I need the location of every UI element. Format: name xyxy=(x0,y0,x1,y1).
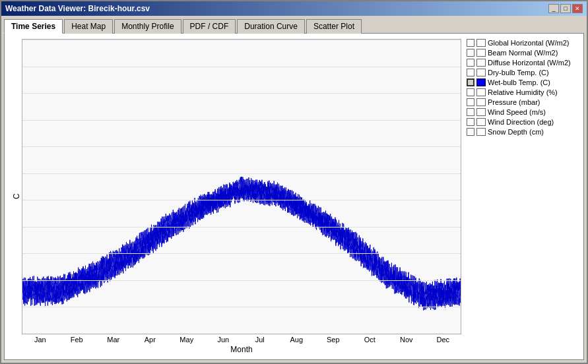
legend-color-4 xyxy=(476,78,486,86)
legend-item-6[interactable]: Pressure (mbar) xyxy=(467,98,581,106)
x-tick-may: May xyxy=(168,336,205,344)
y-axis-label: C xyxy=(10,39,22,354)
legend-color-8 xyxy=(476,118,486,126)
legend: Global Horizontal (W/m2)Beam Normal (W/m… xyxy=(461,34,583,359)
grid-line-10: 10 xyxy=(22,253,461,254)
grid-line-30: 30 xyxy=(22,146,461,147)
grid-line-35: 35 xyxy=(22,120,461,121)
grid-line-0: 0 xyxy=(22,307,461,307)
legend-item-5[interactable]: Relative Humidity (%) xyxy=(467,88,581,96)
x-tick-apr: Apr xyxy=(132,336,169,344)
legend-label-4: Wet-bulb Temp. (C) xyxy=(488,78,550,86)
legend-item-2[interactable]: Diffuse Horizontal (W/m2) xyxy=(467,59,581,67)
legend-checkbox-8[interactable] xyxy=(467,118,474,126)
close-button[interactable]: ✕ xyxy=(572,4,583,13)
x-tick-mar: Mar xyxy=(95,336,132,344)
grid-line-5: 5 xyxy=(22,280,461,281)
content-area: C 50454035302520151050-5 JanFebMarAprMay… xyxy=(4,33,584,360)
legend-label-8: Wind Direction (deg) xyxy=(488,118,554,126)
legend-checkbox-1[interactable] xyxy=(467,49,474,57)
legend-label-0: Global Horizontal (W/m2) xyxy=(488,39,569,47)
chart-container: C 50454035302520151050-5 JanFebMarAprMay… xyxy=(5,34,461,359)
tab-pdf-cdf[interactable]: PDF / CDF xyxy=(183,19,236,34)
x-tick-jul: Jul xyxy=(242,336,278,344)
legend-color-9 xyxy=(476,128,486,136)
grid-line--5: -5 xyxy=(22,334,461,334)
x-axis: JanFebMarAprMayJunJulAugSepOctNovDec xyxy=(22,334,461,344)
minimize-button[interactable]: _ xyxy=(548,4,559,13)
legend-item-3[interactable]: Dry-bulb Temp. (C) xyxy=(467,69,581,76)
chart-area: 50454035302520151050-5 JanFebMarAprMayJu… xyxy=(22,39,461,354)
legend-color-5 xyxy=(476,88,486,96)
legend-checkbox-7[interactable] xyxy=(467,108,474,116)
legend-color-2 xyxy=(476,59,486,67)
tab-monthly-profile[interactable]: Monthly Profile xyxy=(114,19,181,34)
tab-bar: Time Series Heat Map Monthly Profile PDF… xyxy=(1,16,587,33)
legend-item-0[interactable]: Global Horizontal (W/m2) xyxy=(467,39,581,47)
x-tick-sep: Sep xyxy=(315,336,352,344)
legend-color-6 xyxy=(476,98,486,106)
legend-color-7 xyxy=(476,108,486,116)
legend-label-3: Dry-bulb Temp. (C) xyxy=(488,69,549,76)
x-tick-oct: Oct xyxy=(352,336,389,344)
tab-time-series[interactable]: Time Series xyxy=(4,19,63,34)
chart-plot: 50454035302520151050-5 xyxy=(22,39,461,334)
legend-checkbox-5[interactable] xyxy=(467,88,474,96)
legend-label-2: Diffuse Horizontal (W/m2) xyxy=(488,59,571,67)
legend-label-6: Pressure (mbar) xyxy=(488,98,540,106)
grid-line-45: 45 xyxy=(22,67,461,67)
legend-color-3 xyxy=(476,69,486,76)
legend-item-4[interactable]: Wet-bulb Temp. (C) xyxy=(467,78,581,86)
window-title: Weather Data Viewer: Birecik-hour.csv xyxy=(5,4,150,13)
legend-checkbox-6[interactable] xyxy=(467,98,474,106)
grid-line-25: 25 xyxy=(22,173,461,174)
legend-label-9: Snow Depth (cm) xyxy=(488,128,544,136)
chart-svg xyxy=(22,40,461,334)
legend-color-0 xyxy=(476,39,486,47)
maximize-button[interactable]: □ xyxy=(560,4,571,13)
x-tick-aug: Aug xyxy=(278,336,315,344)
legend-item-8[interactable]: Wind Direction (deg) xyxy=(467,118,581,126)
x-tick-jun: Jun xyxy=(205,336,242,344)
wet-bulb-line xyxy=(22,177,461,311)
main-window: Weather Data Viewer: Birecik-hour.csv _ … xyxy=(0,0,588,364)
legend-item-7[interactable]: Wind Speed (m/s) xyxy=(467,108,581,116)
x-tick-nov: Nov xyxy=(388,336,425,344)
title-bar: Weather Data Viewer: Birecik-hour.csv _ … xyxy=(1,1,587,16)
grid-line-15: 15 xyxy=(22,227,461,228)
x-tick-feb: Feb xyxy=(59,336,96,344)
x-tick-dec: Dec xyxy=(425,336,462,344)
legend-checkbox-4[interactable] xyxy=(467,78,474,86)
grid-line-20: 20 xyxy=(22,200,461,200)
x-tick-jan: Jan xyxy=(22,336,59,344)
x-axis-label: Month xyxy=(22,344,461,354)
legend-item-1[interactable]: Beam Normal (W/m2) xyxy=(467,49,581,57)
legend-checkbox-0[interactable] xyxy=(467,39,474,47)
legend-checkbox-2[interactable] xyxy=(467,59,474,67)
tab-heat-map[interactable]: Heat Map xyxy=(64,19,113,34)
grid-line-40: 40 xyxy=(22,93,461,94)
legend-checkbox-9[interactable] xyxy=(467,128,474,136)
legend-checkbox-3[interactable] xyxy=(467,69,474,76)
legend-item-9[interactable]: Snow Depth (cm) xyxy=(467,128,581,136)
grid-line-50: 50 xyxy=(22,40,461,40)
legend-label-5: Relative Humidity (%) xyxy=(488,88,558,96)
window-controls: _ □ ✕ xyxy=(548,4,583,13)
tab-scatter-plot[interactable]: Scatter Plot xyxy=(306,19,362,34)
legend-label-1: Beam Normal (W/m2) xyxy=(488,49,558,57)
legend-color-1 xyxy=(476,49,486,57)
legend-label-7: Wind Speed (m/s) xyxy=(488,108,546,116)
tab-duration-curve[interactable]: Duration Curve xyxy=(237,19,305,34)
